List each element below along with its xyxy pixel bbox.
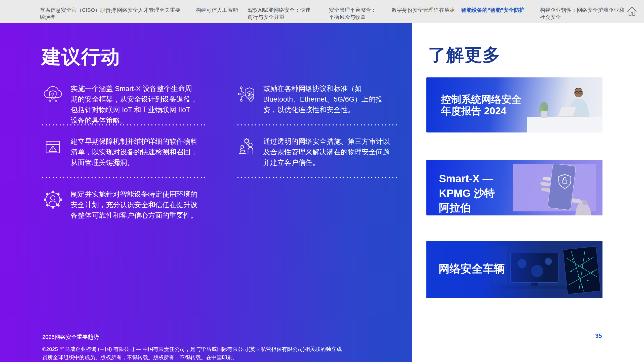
home-button[interactable]: [625, 5, 638, 18]
nav-item-ai-security[interactable]: 驾驭AI赋能网络安全：快速前行与安全并重: [248, 7, 311, 21]
action-item-text: 制定并实施针对智能设备特定使用环境的安全计划，充分认识安全和信任在提升设备整体可…: [71, 189, 199, 221]
gear-user-icon: [41, 188, 65, 212]
home-icon: [625, 14, 638, 19]
nav-item-platform[interactable]: 安全管理平台整合：平衡风险与收益: [329, 7, 378, 21]
browser-alert-icon: [41, 135, 65, 159]
shield-wifi-pin-icon: [235, 82, 260, 107]
nav-item-resilience[interactable]: 构建企业韧性：网络安全护航企业和社会安全: [540, 7, 626, 21]
dotted-divider: [237, 177, 399, 178]
action-item-text: 建立早期保障机制并维护详细的软件物料清单，以实现对设备的快速检测和召回，从而管理…: [71, 136, 199, 168]
dotted-divider: [237, 124, 399, 125]
nav-item-trusted-ai[interactable]: 构建可信人工智能: [196, 7, 241, 14]
dotted-divider: [42, 124, 208, 125]
report-series-title: 2025网络安全重要趋势: [42, 333, 99, 341]
people-gear-laptop-icon: [235, 135, 260, 159]
card-cybersecure-vehicles[interactable]: 网络安全车辆: [426, 241, 602, 298]
top-navigation: 首席信息安全官（CISO）职责持续演变 网络安全人才管理至关重要 构建可信人工智…: [0, 0, 644, 23]
nav-item-smart-devices[interactable]: 智能设备的“智能”安全防护: [461, 7, 532, 14]
nav-item-ciso[interactable]: 首席信息安全官（CISO）职责持续演变: [40, 7, 117, 21]
page-number: 35: [595, 332, 602, 339]
action-item-text: 鼓励在各种网络协议和标准（如 Bluetooth、Ethernet、5G/6G）…: [263, 83, 394, 115]
cloud-shield-icon: [41, 82, 65, 106]
learn-more-title: 了解更多: [428, 43, 501, 67]
card-control-systems-report[interactable]: 控制系统网络安全 年度报告 2024: [426, 77, 602, 132]
page-title: 建议行动: [42, 44, 120, 70]
copyright-text: ©2025 毕马威企业咨询 (中国) 有限公司 — 中国有限责任公司，是与毕马威…: [42, 345, 344, 361]
card-title: 控制系统网络安全 年度报告 2024: [441, 94, 602, 117]
nav-item-digital-identity[interactable]: 数字身份安全管理迫在眉睫: [391, 7, 457, 14]
report-page: 首席信息安全官（CISO）职责持续演变 网络安全人才管理至关重要 构建可信人工智…: [0, 0, 644, 362]
action-item-text: 通过透明的网络安全措施、第三方审计以及合规性管理来解决潜在的物理安全问题并建立客…: [263, 136, 394, 168]
card-title: Smart-X — KPMG 沙特 阿拉伯: [439, 171, 602, 215]
card-smartx-kpmg-saudi[interactable]: Smart-X — KPMG 沙特 阿拉伯: [426, 160, 602, 215]
nav-item-talent[interactable]: 网络安全人才管理至关重要: [117, 7, 183, 14]
dotted-divider: [42, 177, 208, 178]
card-title: 网络安全车辆: [438, 262, 602, 275]
action-item-text: 实施一个涵盖 Smart-X 设备整个生命周期的安全框架，从安全设计到设备退役，…: [71, 83, 199, 126]
